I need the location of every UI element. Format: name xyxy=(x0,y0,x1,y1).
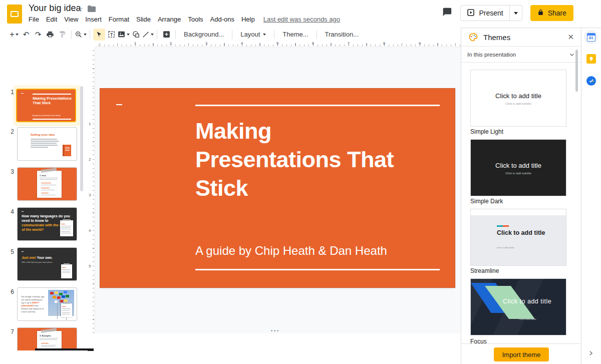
slide-thumbnail-1[interactable]: Making Presentations That Stick A guide … xyxy=(16,89,76,122)
theme-card-subtitle: Click to add subtitle xyxy=(471,172,566,175)
current-slide[interactable]: Making Presentations That Stick A guide … xyxy=(100,88,455,288)
ruler-number: 3 xyxy=(89,193,91,197)
theme-card-streamline[interactable]: Click to add title Click to add subtitle xyxy=(470,209,566,266)
notes-resize-handle[interactable] xyxy=(271,330,272,331)
insert-placeholder-button[interactable] xyxy=(160,29,172,41)
menu-addons[interactable]: Add-ons xyxy=(207,15,238,24)
slide-number: 1 xyxy=(5,89,14,96)
slide-bottom-rule xyxy=(195,269,440,270)
menu-file[interactable]: File xyxy=(25,15,43,24)
import-theme-button[interactable]: Import theme xyxy=(494,347,549,361)
slide-thumbnail-7[interactable]: 2. Examples xyxy=(17,327,77,350)
menu-slide[interactable]: Slide xyxy=(133,15,154,24)
thumb-subtitle: A guide by Chip Heath & Dan Heath xyxy=(33,115,72,117)
tasks-check-icon xyxy=(588,78,594,84)
thumb-note: 1. Intro xyxy=(37,171,62,198)
share-button[interactable]: Share xyxy=(530,5,573,21)
slide-thumbnail-2[interactable]: Selling your idea xyxy=(17,127,77,161)
insert-image-button[interactable] xyxy=(117,29,130,41)
thumb-note xyxy=(61,264,72,279)
toolbar-divider xyxy=(232,30,232,39)
slide-subtitle[interactable]: A guide by Chip Heath & Dan Heath xyxy=(195,244,387,258)
slide-thumbnail-6[interactable]: The Google Translate app can repeat anyt… xyxy=(17,287,77,321)
present-button[interactable]: Present xyxy=(460,5,522,21)
chevron-down-icon xyxy=(569,52,575,58)
calendar-icon: 31 xyxy=(587,33,595,42)
theme-card-simple-dark[interactable]: Click to add title Click to add subtitle xyxy=(470,139,566,196)
menu-arrange[interactable]: Arrange xyxy=(154,15,184,24)
theme-card-focus[interactable]: Click to add title Click to add subtitle xyxy=(470,278,566,335)
toolbar: + ↶ ↷ T Background... Layout Theme... Tr… xyxy=(0,28,461,41)
toolbar-divider xyxy=(317,30,317,39)
toolbar-divider xyxy=(175,30,176,39)
theme-card-subtitle: Click to add subtitle xyxy=(519,318,536,320)
star-icon[interactable]: ☆ xyxy=(76,4,83,14)
filmstrip-scrollbar[interactable] xyxy=(80,86,83,191)
toolbar-divider xyxy=(71,30,72,39)
slide-top-rule xyxy=(195,105,440,106)
slide-title-line: Presentations That xyxy=(195,145,451,174)
vertical-ruler: 1 2 3 4 5 xyxy=(88,47,95,333)
slide-dash-mark xyxy=(116,104,122,105)
menu-format[interactable]: Format xyxy=(105,15,133,24)
redo-button[interactable]: ↷ xyxy=(32,29,44,41)
menubar: File Edit View Insert Format Slide Arran… xyxy=(25,15,340,24)
menu-tools[interactable]: Tools xyxy=(184,15,206,24)
chevron-right-icon[interactable] xyxy=(587,349,594,358)
horizontal-ruler: 1 2 3 4 5 6 7 8 9 xyxy=(95,41,461,47)
thumb-title-accent: Just one! xyxy=(22,256,36,259)
menu-edit[interactable]: Edit xyxy=(43,15,61,24)
last-edit-link[interactable]: Last edit was seconds ago xyxy=(263,16,340,23)
menu-view[interactable]: View xyxy=(61,15,82,24)
select-tool-button[interactable] xyxy=(93,29,105,41)
tasks-button[interactable] xyxy=(586,76,596,86)
calendar-button[interactable]: 31 xyxy=(584,30,598,44)
slides-logo[interactable] xyxy=(7,5,22,24)
menu-help[interactable]: Help xyxy=(238,15,258,24)
app-header: Your big idea ☆ File Edit View Insert Fo… xyxy=(0,0,601,28)
layout-button[interactable]: Layout xyxy=(235,29,271,41)
menu-insert[interactable]: Insert xyxy=(82,15,105,24)
present-icon xyxy=(467,9,475,18)
paint-format-button[interactable] xyxy=(56,29,68,41)
insert-line-button[interactable] xyxy=(142,29,154,41)
print-button[interactable] xyxy=(44,29,56,41)
filmstrip-footer xyxy=(0,350,88,364)
themes-panel-scrollbar[interactable] xyxy=(575,50,578,92)
zoom-button[interactable] xyxy=(75,29,87,41)
ruler-corner xyxy=(88,41,95,47)
folder-icon[interactable] xyxy=(88,5,96,14)
thumb-subtitle: With a little help from your smart phone xyxy=(22,261,52,263)
document-title[interactable]: Your big idea xyxy=(29,3,81,14)
keep-button[interactable] xyxy=(586,54,596,64)
palette-icon xyxy=(468,32,478,42)
ruler-number: 2 xyxy=(89,157,91,162)
editor-canvas: 1 2 3 4 5 6 7 8 9 1 2 3 4 5 Making Prese… xyxy=(88,41,461,333)
toolbar-divider xyxy=(274,30,274,39)
comment-icon[interactable] xyxy=(441,7,452,20)
background-button[interactable]: Background... xyxy=(179,29,229,41)
in-this-presentation-row[interactable]: In this presentation xyxy=(461,47,581,63)
chevron-down-icon xyxy=(16,34,19,36)
slide-title-line: Stick xyxy=(195,174,451,202)
close-icon[interactable]: ✕ xyxy=(567,33,574,42)
thumb-book-image xyxy=(63,145,71,156)
chevron-down-icon xyxy=(514,12,518,15)
undo-button[interactable]: ↶ xyxy=(20,29,32,41)
lock-icon xyxy=(537,9,544,18)
transition-button[interactable]: Transition... xyxy=(320,29,364,41)
toolbar-divider xyxy=(90,30,90,39)
slide-title[interactable]: Making Presentations That Stick xyxy=(195,117,451,202)
insert-shape-button[interactable] xyxy=(130,29,142,41)
slide-thumbnail-3[interactable]: 1. Intro xyxy=(17,167,77,201)
ruler-number: 1 xyxy=(89,122,91,126)
new-slide-button[interactable]: + xyxy=(8,29,20,41)
slide-thumbnail-5[interactable]: Just one! Your own. With a little help f… xyxy=(17,247,77,281)
text-box-button[interactable]: T xyxy=(105,29,117,41)
theme-card-simple-light[interactable]: Click to add title Click to add subtitle xyxy=(470,70,566,127)
theme-button[interactable]: Theme... xyxy=(277,29,313,41)
slide-thumbnail-4[interactable]: How many languages do you need to know t… xyxy=(17,207,77,241)
theme-card-title: Click to add title xyxy=(471,162,566,169)
theme-card-title: Click to add title xyxy=(497,229,545,236)
present-dropdown[interactable] xyxy=(509,6,522,21)
